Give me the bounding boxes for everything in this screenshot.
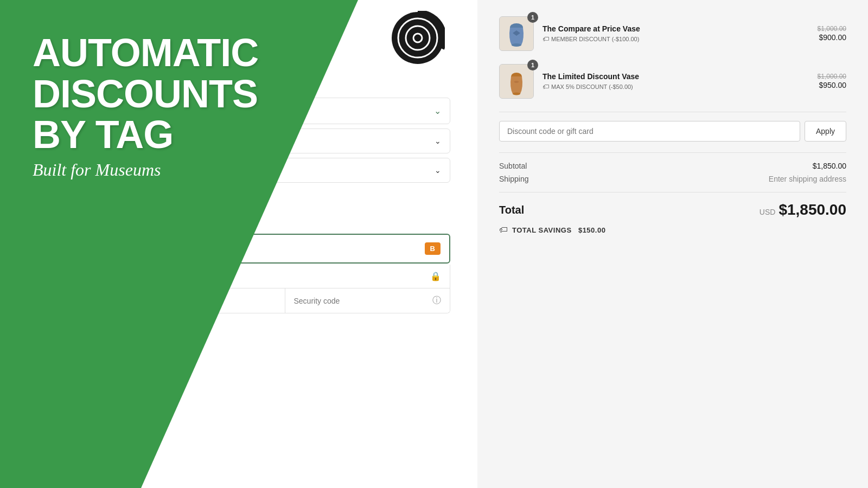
item-2-discount: 🏷 MAX 5% DISCOUNT (-$50.00) [542, 83, 809, 91]
apply-button[interactable]: Apply [805, 121, 846, 142]
total-value: USD$1,850.00 [760, 201, 846, 219]
total-label: Total [499, 204, 524, 216]
hero-line3: BY TAG [33, 113, 173, 156]
item-1-price: $1,000.00 $900.00 [818, 25, 846, 42]
item-1-current-price: $900.00 [819, 33, 846, 42]
credit-card-option[interactable]: Credit card B [119, 234, 450, 264]
item-2-image-wrap: 1 [499, 64, 534, 99]
total-amount: $1,850.00 [778, 201, 846, 218]
total-currency: USD [760, 208, 776, 216]
email-consent-row: Email me with news and offers [119, 189, 450, 198]
hero-text: AUTOMATIC DISCOUNTS BY TAG Built for Mus… [33, 33, 258, 180]
item-2-discount-label: MAX 5% DISCOUNT (-$50.00) [551, 84, 633, 90]
payment-title: Payment [119, 204, 450, 217]
item-2-image [499, 64, 534, 99]
expiry-field[interactable] [120, 288, 285, 313]
card-number-input[interactable] [129, 272, 430, 281]
credit-card-label: Credit card [129, 245, 166, 253]
item-1-image-wrap: 1 [499, 16, 534, 51]
item-2-price: $1,000.00 $950.00 [818, 73, 846, 90]
item-2-badge: 1 [527, 60, 538, 70]
shipping-summary-value: Enter shipping address [769, 175, 846, 183]
left-panel: AUTOMATIC DISCOUNTS BY TAG Built for Mus… [0, 0, 477, 488]
card-bottom-fields: ⓘ [120, 288, 450, 313]
order-item-2: 1 The Limited Discount Vase 🏷 MAX 5% DIS… [499, 64, 846, 99]
lock-icon: 🔒 [430, 271, 441, 281]
item-1-info: The Compare at Price Vase 🏷 MEMBER DISCO… [542, 24, 809, 43]
item-2-name: The Limited Discount Vase [542, 72, 809, 81]
bogus-badge: B [425, 242, 441, 255]
savings-icon: 🏷 [499, 225, 508, 235]
item-2-current-price: $950.00 [819, 81, 846, 89]
divider-3 [499, 192, 846, 192]
order-summary-panel: 1 The Compare at Price Vase 🏷 MEMBER DIS… [477, 0, 868, 488]
item-2-info: The Limited Discount Vase 🏷 MAX 5% DISCO… [542, 72, 809, 91]
help-icon: ⓘ [432, 295, 441, 306]
svg-point-7 [512, 43, 521, 47]
subtotal-row: Subtotal $1,850.00 [499, 162, 846, 170]
subtotal-value: $1,850.00 [813, 162, 846, 170]
card-number-field[interactable]: 🔒 [120, 265, 450, 288]
discount-tag-icon-1: 🏷 [542, 35, 549, 43]
item-1-badge: 1 [527, 12, 538, 23]
shipping-chevron-icon: ⌄ [435, 166, 441, 175]
card-fields: 🔒 ⓘ [119, 265, 450, 313]
discount-input[interactable] [499, 121, 800, 142]
address-chevron-icon: ⌄ [435, 137, 441, 145]
cvv-input[interactable] [294, 297, 433, 305]
email-consent-checkbox[interactable] [119, 189, 128, 198]
hero-line1: AUTOMATIC [33, 31, 258, 74]
hero-line2: DISCOUNTS [33, 72, 258, 115]
divider-2 [499, 152, 846, 153]
expiry-input[interactable] [129, 297, 276, 305]
item-1-name: The Compare at Price Vase [542, 24, 809, 33]
savings-label: TOTAL SAVINGS $150.00 [512, 226, 605, 234]
logo [391, 11, 445, 65]
discount-input-row: Apply [499, 121, 846, 142]
shipping-summary-row: Shipping Enter shipping address [499, 175, 846, 183]
payment-subtitle: All transactions are secure and encrypte… [119, 219, 450, 227]
item-1-discount: 🏷 MEMBER DISCOUNT (-$100.00) [542, 35, 809, 43]
hero-subtitle: Built for Museums [33, 160, 258, 180]
shipping-summary-label: Shipping [499, 175, 529, 183]
svg-point-10 [513, 93, 520, 95]
item-2-original-price: $1,000.00 [818, 73, 846, 80]
order-item-1: 1 The Compare at Price Vase 🏷 MEMBER DIS… [499, 16, 846, 51]
subtotal-label: Subtotal [499, 162, 527, 170]
contact-chevron-icon: ⌄ [434, 106, 441, 116]
savings-row: 🏷 TOTAL SAVINGS $150.00 [499, 225, 846, 235]
item-1-image [499, 16, 534, 51]
item-1-discount-label: MEMBER DISCOUNT (-$100.00) [551, 36, 639, 42]
item-1-original-price: $1,000.00 [818, 25, 846, 33]
cvv-field[interactable]: ⓘ [285, 288, 450, 313]
total-row: Total USD$1,850.00 [499, 201, 846, 219]
divider-1 [499, 112, 846, 112]
payment-section: Payment All transactions are secure and … [119, 204, 450, 313]
discount-tag-icon-2: 🏷 [542, 83, 549, 91]
email-consent-label[interactable]: Email me with news and offers [133, 189, 237, 198]
